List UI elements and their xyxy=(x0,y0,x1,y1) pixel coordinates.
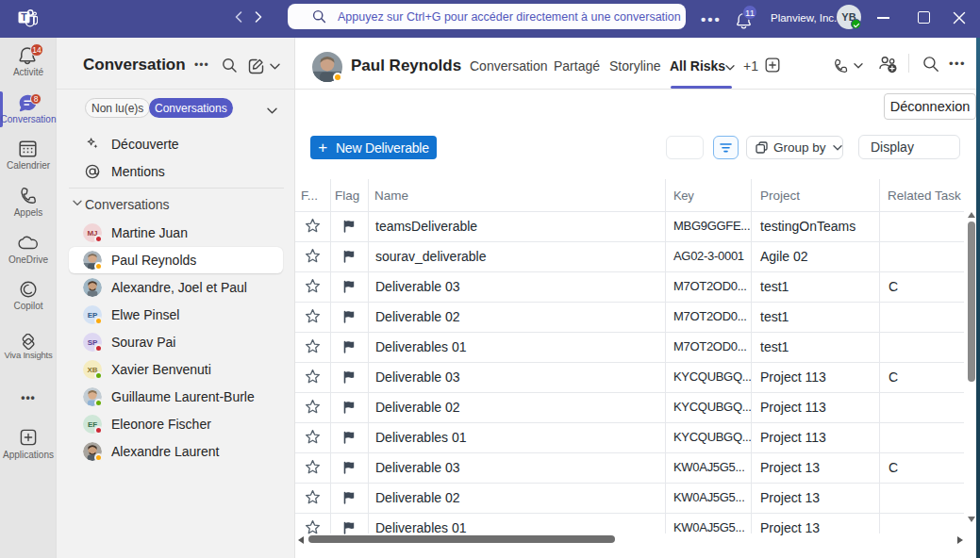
svg-text:T: T xyxy=(21,11,27,23)
